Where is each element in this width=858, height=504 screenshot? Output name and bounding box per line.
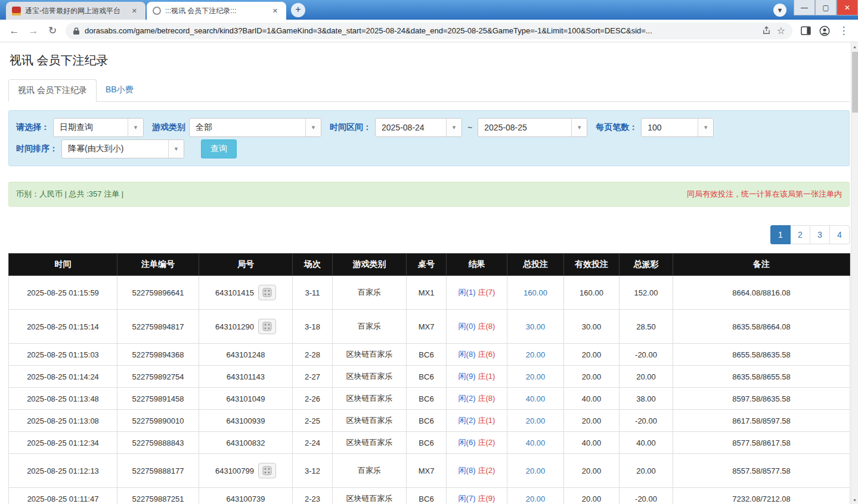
browser-menu-icon[interactable]: ⋮ xyxy=(835,23,852,39)
page-scrollbar[interactable]: ▲ ▼ xyxy=(851,42,858,504)
page-button-1[interactable]: 1 xyxy=(770,225,791,244)
browser-tab-active[interactable]: :::视讯 会员下注纪录::: ✕ xyxy=(147,2,286,20)
chevron-down-icon: ▼ xyxy=(571,119,587,136)
table-row: 2025-08-25 01:13:08522759890010643100939… xyxy=(9,410,850,432)
page-tabs: 视讯 会员下注纪录BB小费 xyxy=(8,79,850,102)
cell-total-bet[interactable]: 160.00 xyxy=(507,276,564,310)
column-header: 时间 xyxy=(9,254,117,276)
cell-total-bet[interactable]: 40.00 xyxy=(507,432,564,454)
cell-game-type: 区块链百家乐 xyxy=(333,432,407,454)
column-header: 备注 xyxy=(673,254,850,276)
cell-session: 3-11 xyxy=(293,276,333,310)
cell-time: 2025-08-25 01:12:13 xyxy=(9,454,117,488)
cell-session: 2-28 xyxy=(293,344,333,366)
table-row: 2025-08-25 01:15:14522759894817643101290… xyxy=(9,310,850,344)
search-button[interactable]: 查询 xyxy=(201,139,237,158)
cell-total-bet[interactable]: 20.00 xyxy=(507,410,564,432)
bookmark-star-icon[interactable]: ☆ xyxy=(777,25,785,36)
total-bet-link[interactable]: 20.00 xyxy=(526,466,546,475)
date-start-value: 2025-08-24 xyxy=(376,119,446,136)
result-banker: 庄(7) xyxy=(478,288,495,297)
tab-favicon xyxy=(153,7,161,15)
cell-table-no: BC6 xyxy=(407,410,447,432)
cell-time: 2025-08-25 01:15:14 xyxy=(9,310,117,344)
total-bet-link[interactable]: 40.00 xyxy=(526,438,546,447)
result-player: 闲(6) xyxy=(459,438,476,447)
window-minimize-button[interactable]: — xyxy=(794,0,815,15)
sort-label: 时间排序： xyxy=(16,144,58,154)
game-replay-icon[interactable] xyxy=(258,463,276,478)
tab-close-icon[interactable]: ✕ xyxy=(270,6,280,16)
tab-close-icon[interactable]: ✕ xyxy=(129,6,140,16)
cell-payout: 40.00 xyxy=(620,432,673,454)
back-button[interactable]: ← xyxy=(6,23,23,39)
page-size-select[interactable]: 100 ▼ xyxy=(641,118,714,137)
cell-time: 2025-08-25 01:14:24 xyxy=(9,366,117,388)
result-banker: 庄(8) xyxy=(478,394,495,403)
cell-total-bet[interactable]: 30.00 xyxy=(507,310,564,344)
total-bet-link[interactable]: 160.00 xyxy=(524,288,547,297)
browser-tab-inactive[interactable]: 通宝-信誉最好的网上游戏平台 ✕ xyxy=(6,2,145,20)
total-bet-link[interactable]: 20.00 xyxy=(526,416,546,425)
query-type-select[interactable]: 日期查询 ▼ xyxy=(53,118,144,137)
cell-session: 2-26 xyxy=(293,388,333,410)
game-replay-icon[interactable] xyxy=(258,319,276,334)
tab-title: :::视讯 会员下注纪录::: xyxy=(165,6,266,16)
page-button-2[interactable]: 2 xyxy=(790,225,810,244)
forward-button[interactable]: → xyxy=(25,23,42,39)
table-row: 2025-08-25 01:13:48522759891458643101049… xyxy=(9,388,850,410)
result-banker: 庄(1) xyxy=(478,372,495,381)
scroll-up-icon[interactable]: ▲ xyxy=(851,42,858,51)
cell-result: 闲(8)庄(2) xyxy=(447,454,507,488)
tab-bb-tip[interactable]: BB小费 xyxy=(97,79,143,101)
address-bar[interactable]: dorasabs.com/game/betrecord_search/kind3… xyxy=(66,23,792,39)
tab-betrecord[interactable]: 视讯 会员下注纪录 xyxy=(8,79,97,102)
column-header: 场次 xyxy=(293,254,333,276)
cell-round-id: 643100739 xyxy=(199,488,293,504)
new-tab-button[interactable]: + xyxy=(291,3,305,17)
total-bet-link[interactable]: 30.00 xyxy=(526,322,546,331)
result-banker: 庄(9) xyxy=(478,494,495,503)
page-size-label: 每页笔数： xyxy=(596,122,637,133)
cell-result: 闲(6)庄(2) xyxy=(447,432,507,454)
page-button-4[interactable]: 4 xyxy=(829,225,850,244)
result-banker: 庄(6) xyxy=(478,350,495,359)
round-id: 643100739 xyxy=(226,494,265,503)
date-start-select[interactable]: 2025-08-24 ▼ xyxy=(375,118,462,137)
game-type-select[interactable]: 全部 ▼ xyxy=(189,118,321,137)
tab-favicon xyxy=(12,7,21,15)
cell-total-bet[interactable]: 40.00 xyxy=(507,388,564,410)
total-bet-link[interactable]: 20.00 xyxy=(526,372,546,381)
cell-game-type: 区块链百家乐 xyxy=(333,366,407,388)
cell-result: 闲(2)庄(8) xyxy=(447,388,507,410)
tab-search-chevron-icon[interactable]: ▼ xyxy=(773,4,786,17)
cell-total-bet[interactable]: 20.00 xyxy=(507,454,564,488)
cell-total-bet[interactable]: 20.00 xyxy=(507,366,564,388)
share-icon[interactable] xyxy=(762,26,771,35)
column-header: 有效投注 xyxy=(564,254,620,276)
date-end-select[interactable]: 2025-08-25 ▼ xyxy=(478,118,587,137)
cell-result: 闲(0)庄(8) xyxy=(447,310,507,344)
window-maximize-button[interactable]: ▢ xyxy=(815,0,837,15)
scrollbar-thumb[interactable] xyxy=(852,52,858,113)
side-panel-icon[interactable] xyxy=(797,23,814,39)
cell-remark: 8635.58/8664.08 xyxy=(673,310,850,344)
page-button-3[interactable]: 3 xyxy=(810,225,830,244)
scroll-down-icon[interactable]: ▼ xyxy=(851,496,858,504)
cell-remark: 7232.08/7212.08 xyxy=(673,488,850,504)
cell-total-bet[interactable]: 20.00 xyxy=(507,488,564,504)
cell-total-bet[interactable]: 20.00 xyxy=(507,344,564,366)
sort-select[interactable]: 降幂(由大到小) ▼ xyxy=(61,139,184,158)
total-bet-link[interactable]: 20.00 xyxy=(526,494,546,503)
game-replay-icon[interactable] xyxy=(258,285,276,300)
column-header: 注单编号 xyxy=(117,254,199,276)
date-range-label: 时间区间： xyxy=(330,122,371,133)
cell-round-id: 643101143 xyxy=(199,366,293,388)
total-bet-link[interactable]: 20.00 xyxy=(526,350,546,359)
profile-avatar-icon[interactable] xyxy=(816,23,833,39)
refresh-button[interactable]: ↻ xyxy=(44,23,61,39)
cell-session: 2-25 xyxy=(293,410,333,432)
total-bet-link[interactable]: 40.00 xyxy=(526,394,546,403)
window-close-button[interactable]: ✕ xyxy=(837,0,858,15)
round-id: 643100799 xyxy=(215,466,254,475)
